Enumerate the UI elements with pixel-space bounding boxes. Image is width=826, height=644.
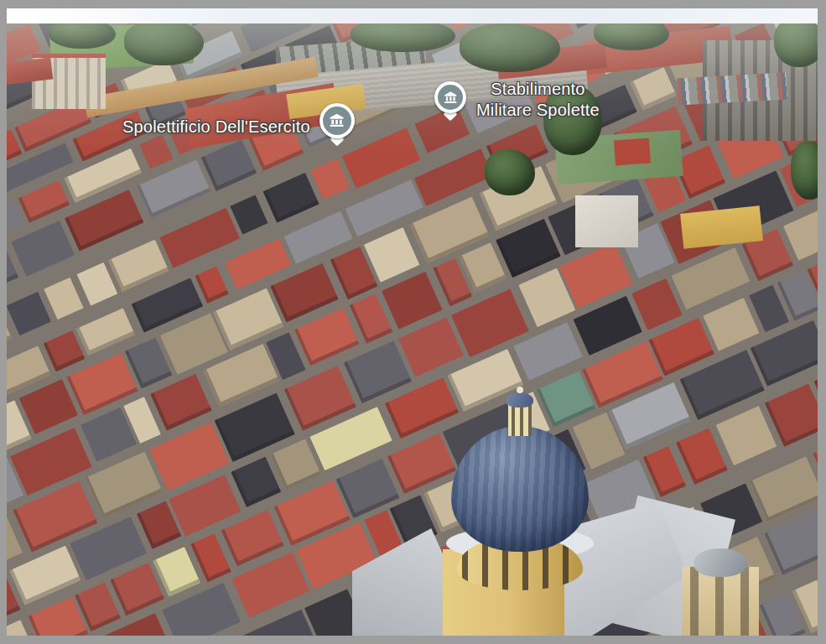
building-block xyxy=(715,406,777,466)
building-block xyxy=(344,340,412,403)
lantern-cap xyxy=(507,392,533,408)
building-block xyxy=(310,158,351,200)
pin-disc xyxy=(319,103,355,138)
building-block xyxy=(262,172,319,223)
window-frame: Spolettificio Dell'Esercito xyxy=(0,0,826,644)
building-block xyxy=(221,510,283,567)
building-block xyxy=(150,374,211,430)
building-block xyxy=(111,563,164,615)
building-block xyxy=(9,545,81,605)
building-block xyxy=(649,319,714,377)
map-3d-view[interactable]: Spolettificio Dell'Esercito xyxy=(7,23,818,636)
historic-building-pin-icon[interactable] xyxy=(434,81,466,120)
building-block xyxy=(137,159,211,219)
bell-tower xyxy=(682,567,759,636)
place-label-stabilimento[interactable]: Stabilimento Militare Spolette xyxy=(434,77,600,121)
lantern-finial xyxy=(517,387,523,393)
building-block xyxy=(44,330,85,371)
church xyxy=(352,402,688,636)
building-block xyxy=(271,262,340,322)
building-block xyxy=(398,317,464,377)
building-block xyxy=(76,308,135,355)
tree xyxy=(485,149,535,195)
white-building xyxy=(575,195,638,247)
place-label-spolettificio[interactable]: Spolettificio Dell'Esercito xyxy=(122,106,355,148)
building-block xyxy=(11,221,75,277)
pin-disc xyxy=(434,81,466,113)
top-strip xyxy=(7,8,818,23)
historic-building-pin-icon[interactable] xyxy=(319,103,355,145)
place-label-text: Stabilimento Militare Spolette xyxy=(476,79,600,121)
place-label-text: Spolettificio Dell'Esercito xyxy=(122,117,310,137)
classical-building-glyph xyxy=(443,90,459,106)
tree xyxy=(124,23,204,65)
building-block xyxy=(18,180,70,223)
building-block xyxy=(19,379,79,435)
parking-lot-right xyxy=(677,73,787,106)
building-block xyxy=(631,278,683,330)
building-block xyxy=(294,309,360,366)
tree xyxy=(460,23,560,72)
building-block xyxy=(749,456,818,522)
building-block xyxy=(195,267,229,304)
pin-inner-circle xyxy=(438,85,463,110)
building-block xyxy=(631,67,677,110)
building-block xyxy=(751,320,818,387)
building-block xyxy=(382,272,442,329)
building-block xyxy=(44,278,83,320)
building-block xyxy=(703,299,759,352)
building-block xyxy=(159,207,240,267)
classical-building-glyph xyxy=(328,112,345,129)
church-dome xyxy=(451,426,589,552)
bell-tower-cupola xyxy=(694,548,747,577)
building-block xyxy=(496,219,560,278)
building-block xyxy=(108,239,169,291)
rooftop-hut xyxy=(614,138,651,166)
pin-inner-circle xyxy=(323,106,351,135)
building-block xyxy=(7,291,51,335)
